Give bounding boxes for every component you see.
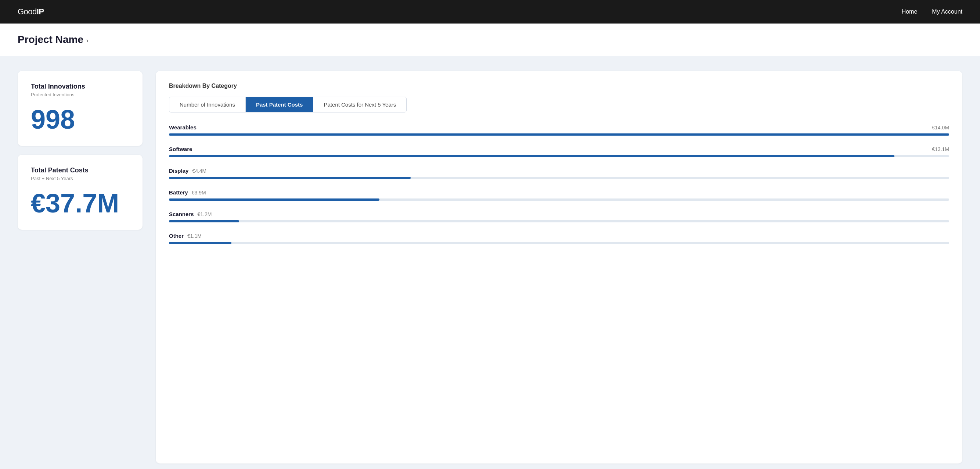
total-patent-costs-title: Total Patent Costs	[31, 166, 129, 174]
total-patent-costs-card: Total Patent Costs Past + Next 5 Years €…	[18, 155, 143, 230]
bar-label-inline-display: Display €4.4M	[169, 168, 207, 174]
bar-value-scanners: €1.2M	[197, 211, 212, 217]
bar-fill-scanners	[169, 220, 239, 222]
bar-header-software: Software €13.1M	[169, 146, 949, 152]
bar-row-wearables: Wearables €14.0M	[169, 124, 949, 136]
tabs-bar: Number of Innovations Past Patent Costs …	[169, 97, 407, 112]
bar-header-wearables: Wearables €14.0M	[169, 124, 949, 131]
bar-label-scanners: Scanners	[169, 211, 194, 217]
bar-value-display: €4.4M	[192, 168, 207, 174]
brand-text-bold: IP	[37, 7, 44, 16]
bar-label-other: Other	[169, 233, 184, 239]
bar-fill-wearables	[169, 133, 949, 136]
home-link[interactable]: Home	[902, 8, 918, 15]
bar-track-wearables	[169, 133, 949, 136]
bar-value-software: €13.1M	[932, 146, 949, 152]
tab-innovations[interactable]: Number of Innovations	[169, 97, 245, 112]
bar-row-other: Other €1.1M	[169, 233, 949, 244]
bar-fill-display	[169, 177, 410, 179]
project-dropdown-icon[interactable]: ›	[86, 37, 89, 45]
tab-past-costs[interactable]: Past Patent Costs	[245, 97, 313, 112]
bar-header-display: Display €4.4M	[169, 168, 949, 174]
bar-fill-software	[169, 155, 894, 157]
bar-label-inline-scanners: Scanners €1.2M	[169, 211, 212, 217]
total-patent-costs-subtitle: Past + Next 5 Years	[31, 176, 129, 181]
bar-header-battery: Battery €3.9M	[169, 189, 949, 196]
breakdown-section-title: Breakdown By Category	[169, 83, 949, 89]
bar-label-battery: Battery	[169, 189, 188, 196]
bar-track-display	[169, 177, 949, 179]
bar-fill-other	[169, 242, 231, 244]
bar-track-scanners	[169, 220, 949, 222]
total-innovations-value: 998	[31, 106, 129, 133]
bar-row-software: Software €13.1M	[169, 146, 949, 157]
bar-value-wearables: €14.0M	[932, 124, 949, 131]
bar-header-other: Other €1.1M	[169, 233, 949, 239]
total-innovations-subtitle: Protected Inventions	[31, 92, 129, 97]
brand-text-light: Good	[18, 7, 37, 16]
bar-value-other: €1.1M	[187, 233, 202, 239]
bar-label-software: Software	[169, 146, 192, 152]
bar-row-battery: Battery €3.9M	[169, 189, 949, 201]
main-content: Total Innovations Protected Inventions 9…	[0, 56, 980, 469]
bar-fill-battery	[169, 198, 379, 201]
bar-label-wearables: Wearables	[169, 124, 197, 131]
navbar-links: Home My Account	[902, 8, 963, 15]
page-title: Project Name	[18, 34, 83, 46]
bar-header-scanners: Scanners €1.2M	[169, 211, 949, 217]
bar-row-scanners: Scanners €1.2M	[169, 211, 949, 222]
tab-future-costs[interactable]: Patent Costs for Next 5 Years	[313, 97, 406, 112]
bar-track-software	[169, 155, 949, 157]
bar-track-battery	[169, 198, 949, 201]
bar-label-display: Display	[169, 168, 188, 174]
bar-row-display: Display €4.4M	[169, 168, 949, 179]
left-column: Total Innovations Protected Inventions 9…	[18, 71, 143, 464]
bar-label-inline-battery: Battery €3.9M	[169, 189, 206, 196]
total-innovations-card: Total Innovations Protected Inventions 9…	[18, 71, 143, 146]
my-account-link[interactable]: My Account	[932, 8, 963, 15]
right-column: Breakdown By Category Number of Innovati…	[156, 71, 963, 464]
bar-label-inline-other: Other €1.1M	[169, 233, 202, 239]
bar-value-battery: €3.9M	[192, 190, 206, 196]
navbar: GoodIP Home My Account	[0, 0, 980, 24]
total-patent-costs-value: €37.7M	[31, 190, 129, 217]
page-header: Project Name ›	[0, 24, 980, 56]
bar-track-other	[169, 242, 949, 244]
total-innovations-title: Total Innovations	[31, 83, 129, 91]
brand-logo[interactable]: GoodIP	[18, 7, 44, 16]
